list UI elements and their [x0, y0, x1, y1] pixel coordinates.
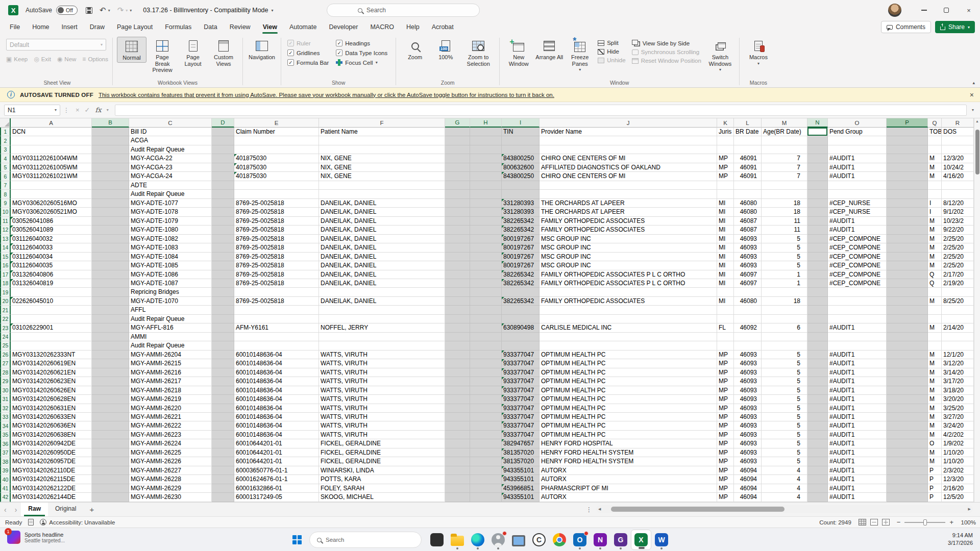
cell-E26[interactable]: 60010148636-04: [234, 350, 319, 359]
cell-K21[interactable]: [717, 306, 734, 314]
row-header-15[interactable]: 15: [0, 253, 11, 261]
cell-H16[interactable]: [470, 261, 502, 270]
exit-sheet-view-button[interactable]: ◎Exit: [34, 56, 51, 63]
status-page-layout-button[interactable]: [870, 519, 878, 525]
cell-A38[interactable]: MGY031420260957DE: [11, 457, 92, 466]
cell-N25[interactable]: [807, 341, 828, 350]
cell-A22[interactable]: [11, 315, 92, 323]
cell-A42[interactable]: MGY031420262144DE: [11, 493, 92, 502]
cell-R20[interactable]: 8/25/20: [942, 297, 974, 306]
cell-O15[interactable]: #CEP_COMPONE: [828, 253, 887, 261]
cell-M30[interactable]: 5: [762, 386, 807, 395]
cell-G21[interactable]: [445, 306, 470, 314]
cell-E39[interactable]: 60003650776-01-1: [234, 466, 319, 475]
cell-Q29[interactable]: M: [928, 377, 942, 386]
cell-E21[interactable]: [234, 306, 319, 314]
cell-R40[interactable]: 12/3/20: [942, 475, 974, 484]
cell-R39[interactable]: 2/3/202: [942, 466, 974, 475]
cell-C12[interactable]: MGY-ADTE-1080: [129, 226, 212, 234]
cell-N20[interactable]: [807, 297, 828, 306]
cell-R6[interactable]: 4/16/20: [942, 172, 974, 181]
cell-M3[interactable]: [762, 145, 807, 154]
cell-L20[interactable]: 46080: [734, 297, 762, 306]
view-side-by-side-button[interactable]: View Side by Side: [632, 40, 701, 46]
cell-M12[interactable]: 11: [762, 226, 807, 234]
cell-E19[interactable]: [234, 288, 319, 296]
cell-A2[interactable]: [11, 136, 92, 145]
cell-M13[interactable]: 5: [762, 235, 807, 243]
cell-B17[interactable]: [92, 270, 129, 279]
cell-J2[interactable]: [540, 136, 717, 145]
row-header-6[interactable]: 6: [0, 172, 11, 181]
cell-Q24[interactable]: [928, 333, 942, 341]
status-page-break-button[interactable]: [882, 519, 890, 525]
cell-A13[interactable]: 031126040032: [11, 235, 92, 243]
cell-J25[interactable]: [540, 341, 717, 350]
cell-G2[interactable]: [445, 136, 470, 145]
cell-R42[interactable]: 12/5/20: [942, 493, 974, 502]
taskbar-word[interactable]: W: [651, 530, 672, 550]
cell-L23[interactable]: 46092: [734, 323, 762, 332]
cell-K22[interactable]: [717, 315, 734, 323]
cell-F3[interactable]: [319, 145, 445, 154]
row-header-2[interactable]: 2: [0, 136, 11, 145]
cell-F30[interactable]: WATTS, VIRUTH: [319, 386, 445, 395]
cell-K9[interactable]: MI: [717, 199, 734, 208]
column-header-J[interactable]: J: [540, 118, 717, 128]
row-header-41[interactable]: 41: [0, 484, 11, 493]
row-header-37[interactable]: 37: [0, 448, 11, 457]
cell-K16[interactable]: MI: [717, 261, 734, 270]
sheet-view-options-button[interactable]: ≡Options: [82, 56, 108, 63]
taskbar-edge[interactable]: [468, 530, 488, 550]
column-header-P[interactable]: P: [887, 118, 928, 128]
column-header-H[interactable]: H: [470, 118, 502, 128]
cell-B40[interactable]: [92, 475, 129, 484]
cell-I27[interactable]: 933377047: [502, 359, 540, 368]
cell-O42[interactable]: #AUDIT1: [828, 493, 887, 502]
cell-F24[interactable]: [319, 333, 445, 341]
row-header-7[interactable]: 7: [0, 181, 11, 190]
cell-H15[interactable]: [470, 253, 502, 261]
cell-D9[interactable]: [212, 199, 234, 208]
cell-M15[interactable]: 5: [762, 253, 807, 261]
taskbar-people[interactable]: [488, 530, 508, 550]
taskbar-file-explorer[interactable]: [447, 530, 468, 550]
cell-C40[interactable]: MGY-AMMI-26228: [129, 475, 212, 484]
cell-O36[interactable]: #AUDIT1: [828, 439, 887, 448]
cell-J32[interactable]: OPTIMUM HEALTH PC: [540, 404, 717, 413]
cell-P31[interactable]: [887, 395, 928, 404]
cell-L37[interactable]: 46093: [734, 448, 762, 457]
cell-D23[interactable]: [212, 323, 234, 332]
cell-D41[interactable]: [212, 484, 234, 493]
cell-F8[interactable]: [319, 190, 445, 198]
vertical-scrollbar-thumb[interactable]: [975, 130, 979, 174]
cell-L5[interactable]: 46091: [734, 163, 762, 172]
cell-F2[interactable]: [319, 136, 445, 145]
redo-icon[interactable]: ↷: [117, 6, 124, 15]
cell-L34[interactable]: 46093: [734, 421, 762, 430]
cell-I11[interactable]: 382265342: [502, 217, 540, 226]
cell-B8[interactable]: [92, 190, 129, 198]
cell-J12[interactable]: FAMILY ORTHOPEDIC ASSOCIATES: [540, 226, 717, 234]
cell-C32[interactable]: MGY-AMMI-26220: [129, 404, 212, 413]
cell-F37[interactable]: FICKEL, GERALDINE: [319, 448, 445, 457]
cell-M16[interactable]: 5: [762, 261, 807, 270]
cell-G36[interactable]: [445, 439, 470, 448]
cell-A3[interactable]: [11, 145, 92, 154]
cell-O27[interactable]: #AUDIT1: [828, 359, 887, 368]
redo-dropdown-icon[interactable]: ▾: [126, 8, 128, 13]
sheet-view-selector[interactable]: Default ▾: [6, 39, 106, 51]
cell-G26[interactable]: [445, 350, 470, 359]
cell-R17[interactable]: 2/17/20: [942, 270, 974, 279]
cell-O9[interactable]: #CEP_NURSE: [828, 199, 887, 208]
cell-C3[interactable]: Audit Repair Queue: [129, 145, 212, 154]
cell-M6[interactable]: 7: [762, 172, 807, 181]
cell-B1[interactable]: [92, 128, 129, 136]
cell-D11[interactable]: [212, 217, 234, 226]
cell-O23[interactable]: #AUDIT1: [828, 323, 887, 332]
cell-N12[interactable]: [807, 226, 828, 234]
cell-N37[interactable]: [807, 448, 828, 457]
cell-B41[interactable]: [92, 484, 129, 493]
cell-R2[interactable]: [942, 136, 974, 145]
cell-D8[interactable]: [212, 190, 234, 198]
